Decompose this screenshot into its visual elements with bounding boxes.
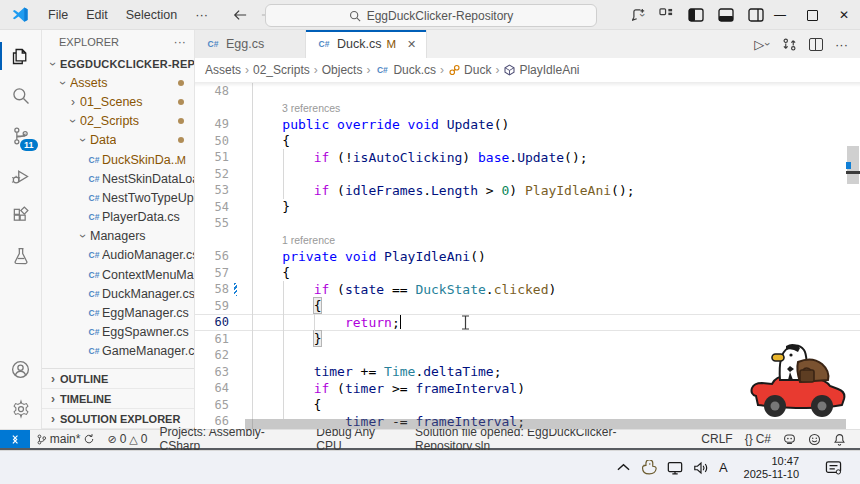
volume-icon[interactable] [693,461,709,475]
tree-item-duckmanager-cs[interactable]: C#DuckManager.cs [42,284,194,303]
breadcrumb-duck-cs[interactable]: C# Duck.cs [374,63,436,77]
section-label: SOLUTION EXPLORER [60,413,180,425]
code-line: 63 timer += Time.deltaTime; [195,364,860,381]
activity-search[interactable] [0,76,42,116]
ime-indicator[interactable]: A [719,460,728,475]
explorer-title: EXPLORER [59,36,119,48]
tree-item-playerdata-cs[interactable]: C#PlayerData.cs [42,208,194,227]
code-line: 49 public override void Update() [195,116,860,133]
code-line: 48 [195,83,860,100]
codelens-references[interactable]: 1 reference [245,234,335,246]
section-outline[interactable]: ›OUTLINE [42,369,194,389]
activity-run-debug[interactable] [0,156,42,196]
tree-item-label: Managers [90,229,146,243]
notifications-status[interactable] [827,430,852,448]
vertical-scrollbar[interactable] [846,82,860,429]
maximize-button[interactable] [796,0,828,30]
minimize-button[interactable]: — [764,0,796,30]
tab-close-icon[interactable]: ✕ [407,38,416,51]
menu-selection[interactable]: Selection [117,0,186,30]
menu-overflow-icon[interactable]: ··· [186,7,217,22]
breadcrumb-objects[interactable]: Objects [322,63,363,77]
tree-item-02-scripts[interactable]: ›02_Scripts [42,112,194,131]
tree-item-data[interactable]: ›Data [42,131,194,150]
class-symbol-icon [448,64,461,76]
vscode-window: File Edit Selection ··· EggDuckClicker-R… [0,0,860,450]
tree-item-managers[interactable]: ›Managers [42,227,194,246]
back-arrow-icon[interactable] [233,9,247,21]
modified-dot-badge [178,80,184,86]
editor-more-actions-icon[interactable]: ··· [835,37,848,52]
branch-status[interactable]: main* [30,430,102,448]
tree-item-gamemanager-cs[interactable]: C#GameManager.cs [42,342,194,361]
tree-item-nesttwotypeupg[interactable]: C#NestTwoTypeUpg... [42,188,194,207]
braces-icon: {} [745,432,753,446]
search-input[interactable]: EggDuckClicker-Repository [265,4,597,27]
tree-item-eggmanager-cs[interactable]: C#EggManager.cs [42,303,194,322]
code-token: { [251,133,290,148]
split-editor-icon[interactable] [809,38,823,51]
copilot-button[interactable]: › [632,8,645,22]
run-button[interactable]: ▷ › [754,37,770,52]
tree-item-contextmenuma[interactable]: C#ContextMenuMa... [42,265,194,284]
duck-tray-icon[interactable] [640,460,657,475]
problems-status[interactable]: ⊘ 0 △ 0 [101,430,153,448]
horizontal-scrollbar[interactable] [245,419,846,429]
solution-status[interactable]: Solution file opened: EggDuckClicker-Rep… [409,430,695,448]
activity-testing[interactable] [0,236,42,276]
scm-badge: 11 [20,139,38,151]
breadcrumb-02-scripts[interactable]: 02_Scripts [253,63,310,77]
activity-extensions[interactable] [0,196,42,236]
line-number: 55 [195,216,245,230]
gutter-modified-marker [234,283,237,296]
menu-edit[interactable]: Edit [77,0,117,30]
codelens-references[interactable]: 3 references [245,102,340,114]
account-button[interactable] [0,349,42,389]
tree-item-nestskindataloa[interactable]: C#NestSkinDataLoa... [42,169,194,188]
customize-layout-icon[interactable] [659,8,674,22]
eol-indicator[interactable]: CRLF [695,430,738,448]
code-token: ) [509,183,525,198]
activity-explorer[interactable] [0,36,42,76]
csharp-file-icon: C# [86,212,102,222]
toggle-sidebar-icon[interactable] [688,8,704,22]
toggle-secondary-sidebar-icon[interactable] [748,8,764,22]
close-button[interactable]: ✕ [828,0,860,30]
explorer-actions-icon[interactable]: ··· [174,35,187,49]
breadcrumb-duck-class[interactable]: Duck [448,63,491,77]
feedback-status[interactable] [802,430,827,448]
tab-duck-cs[interactable]: C# Duck.cs M ✕ [306,30,427,58]
breadcrumb-assets[interactable]: Assets [205,63,241,77]
code-token: ) [462,150,478,165]
settings-button[interactable] [0,389,42,429]
tree-item-audiomanager-cs[interactable]: C#AudioManager.cs [42,246,194,265]
debug-target-status[interactable]: Debug Any CPU [310,430,409,448]
tray-chevron-up-icon[interactable] [617,463,630,472]
section-timeline[interactable]: ›TIMELINE [42,389,194,409]
activity-source-control[interactable]: 11 [0,116,42,156]
tree-root-folder[interactable]: ›EGGDUCKCLICKER-REPOSI... [42,54,194,73]
code-token: . [486,282,494,297]
tree-item-assets[interactable]: ›Assets [42,73,194,92]
copilot-status[interactable] [777,430,802,448]
notification-center-button[interactable] [825,460,842,475]
code-editor[interactable]: 483 references49 public override void Up… [195,82,860,429]
language-mode[interactable]: {} C# [739,430,777,448]
tree-item-duckskinda[interactable]: C#DuckSkinDa...M [42,150,194,169]
time: 10:47 [744,455,799,468]
tree-item-label: 01_Scenes [80,95,143,109]
breadcrumb-playidleani-method[interactable]: PlayIdleAni [503,63,579,77]
section-label: OUTLINE [60,373,108,385]
projects-status[interactable]: Projects: Assembly-CSharp [154,430,311,448]
code-line: 52 [195,166,860,183]
menu-file[interactable]: File [39,0,77,30]
network-display-icon[interactable] [667,461,683,475]
tree-item-01-scenes[interactable]: ›01_Scenes [42,92,194,111]
remote-indicator[interactable] [0,430,30,448]
toggle-panel-icon[interactable] [718,8,734,22]
tab-egg-cs[interactable]: C# Egg.cs [195,30,306,58]
taskbar-clock[interactable]: 10:47 2025-11-10 [744,455,799,481]
code-token: () [494,117,510,132]
tree-item-eggspawner-cs[interactable]: C#EggSpawner.cs [42,323,194,342]
open-changes-icon[interactable] [782,37,797,52]
